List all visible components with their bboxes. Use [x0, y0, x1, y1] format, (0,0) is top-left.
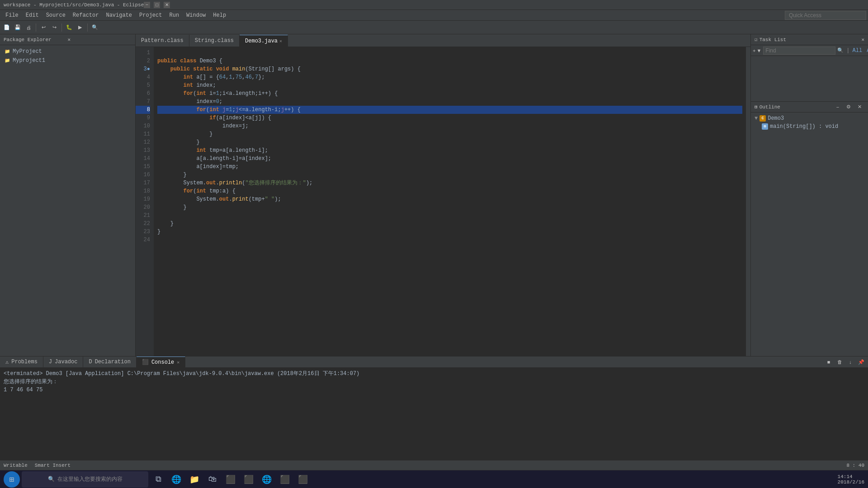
line-num-14: 14 — [136, 155, 150, 163]
menu-project[interactable]: Project — [136, 11, 165, 19]
declaration-icon: D — [89, 359, 92, 365]
task-search-button[interactable]: 🔍 — [837, 46, 844, 56]
code-line-5: int index; — [157, 81, 742, 89]
code-line-21 — [157, 211, 742, 220]
outline-header: ⊞ Outline − ⚙ ✕ — [751, 102, 868, 113]
right-panel: ☑ Task List ✕ + ▼ 🔍 | All Activate... ⊞ … — [750, 34, 868, 356]
code-line-14: a[a.length-i]=a[index]; — [157, 155, 742, 163]
taskbar-store-button[interactable]: 🛍 — [204, 471, 221, 488]
bottom-panel: ⚠ Problems J Javadoc D Declaration ⬛ Con… — [0, 356, 868, 460]
tab-demo3-close[interactable]: ✕ — [279, 38, 282, 44]
outline-settings-button[interactable]: ⚙ — [844, 102, 854, 112]
menu-help[interactable]: Help — [209, 11, 230, 19]
code-line-10: index=j; — [157, 122, 742, 130]
task-filter-button[interactable]: ▼ — [756, 46, 761, 56]
console-pin-button[interactable]: 📌 — [856, 357, 866, 367]
taskbar-edge-button[interactable]: 🌐 — [168, 471, 184, 488]
menu-file[interactable]: File — [2, 11, 22, 19]
javadoc-icon: J — [49, 359, 52, 365]
console-close-icon[interactable]: ✕ — [177, 360, 179, 365]
outline-item-main[interactable]: m main(String[]) : void — [755, 122, 864, 131]
editor-tabs: Pattern.class String.class Demo3.java ✕ — [136, 34, 750, 47]
taskbar-browser-button[interactable]: 🌐 — [259, 471, 275, 488]
outline-close-button[interactable]: ✕ — [854, 102, 864, 112]
bottom-tab-console[interactable]: ⬛ Console ✕ — [137, 357, 185, 367]
line-num-20: 20 — [136, 203, 150, 211]
menu-refactor[interactable]: Refactor — [69, 11, 103, 19]
menu-navigate[interactable]: Navigate — [102, 11, 136, 19]
line-numbers: 1 2 3● 4 5 6 7 8 9 10 11 12 13 14 15 16 … — [136, 47, 154, 356]
taskbar-app1-button[interactable]: ⬛ — [222, 471, 239, 488]
menubar: File Edit Source Refactor Navigate Proje… — [0, 10, 868, 21]
restore-button[interactable]: □ — [154, 2, 160, 8]
tab-demo3[interactable]: Demo3.java ✕ — [240, 35, 288, 47]
new-button[interactable]: 📄 — [2, 23, 12, 33]
outline-item-demo3[interactable]: ▼ C Demo3 — [755, 114, 864, 122]
print-button[interactable]: 🖨 — [24, 23, 33, 33]
code-line-19: System.out.print(tmp+" "); — [157, 195, 742, 203]
titlebar: workspace - Myproject1/src/Demo3.java - … — [0, 0, 868, 10]
bottom-tab-problems-label: Problems — [11, 359, 38, 365]
pe-item-myproject1[interactable]: 📁 Myproject1 — [0, 56, 135, 65]
menu-window[interactable]: Window — [183, 11, 209, 19]
line-num-3: 3● — [136, 65, 150, 73]
pe-item-myproject[interactable]: 📁 MyProject — [0, 47, 135, 56]
main-layout: Package Explorer ✕ 📁 MyProject 📁 Myproje… — [0, 34, 868, 356]
bottom-tab-problems[interactable]: ⚠ Problems — [0, 357, 43, 367]
taskbar-start-button[interactable]: ⊞ — [4, 471, 20, 488]
taskbar-search-area[interactable]: 🔍 在这里输入您要搜索的内容 — [22, 471, 148, 488]
tab-pattern[interactable]: Pattern.class — [136, 35, 189, 47]
code-line-2: public class Demo3 { — [157, 57, 742, 65]
line-num-9: 9 — [136, 114, 150, 122]
tab-string[interactable]: String.class — [189, 35, 240, 47]
menu-run[interactable]: Run — [165, 11, 183, 19]
editor-scrollbar[interactable] — [746, 47, 750, 356]
save-button[interactable]: 💾 — [13, 23, 23, 33]
task-list-title: Task List — [760, 37, 786, 42]
task-new-button[interactable]: + — [753, 46, 755, 56]
taskbar-app4-button[interactable]: ⬛ — [295, 471, 311, 488]
undo-button[interactable]: ↩ — [38, 23, 48, 33]
taskbar-taskview-button[interactable]: ⧉ — [150, 471, 166, 488]
taskbar-app3-button[interactable]: ⬛ — [277, 471, 293, 488]
debug-button[interactable]: 🐛 — [64, 23, 74, 33]
close-button[interactable]: ✕ — [164, 2, 170, 8]
task-activate-label[interactable]: Activate... — [865, 47, 868, 55]
bottom-tab-javadoc[interactable]: J Javadoc — [43, 357, 84, 367]
outline-collapse-button[interactable]: − — [833, 102, 843, 112]
taskbar-app2-button[interactable]: ⬛ — [241, 471, 257, 488]
menu-edit[interactable]: Edit — [22, 11, 42, 19]
menu-source[interactable]: Source — [42, 11, 69, 19]
line-num-1: 1 — [136, 49, 150, 57]
code-line-1 — [157, 49, 742, 57]
quick-access-input[interactable] — [785, 11, 866, 20]
line-num-11: 11 — [136, 130, 150, 138]
bottom-tab-declaration[interactable]: D Declaration — [83, 357, 136, 367]
outline-title: Outline — [760, 104, 780, 110]
taskbar-folder-button[interactable]: 📁 — [186, 471, 203, 488]
toolbar-separator-1 — [36, 23, 36, 32]
code-line-7: index=0; — [157, 98, 742, 106]
outline-demo3-label: Demo3 — [768, 115, 784, 122]
line-num-19: 19 — [136, 195, 150, 203]
code-line-4: int a[] = {64,1,75,46,7}; — [157, 73, 742, 81]
pe-close-icon[interactable]: ✕ — [68, 37, 132, 42]
search-button[interactable]: 🔍 — [90, 23, 100, 33]
task-all-label[interactable]: All — [851, 47, 864, 55]
task-search-input[interactable] — [763, 47, 835, 55]
line-num-8: 8 — [136, 106, 150, 114]
task-list-close[interactable]: ✕ — [861, 37, 864, 42]
taskbar-time: 14:14 2018/2/16 — [838, 474, 864, 485]
run-button[interactable]: ▶ — [75, 23, 85, 33]
console-scroll-button[interactable]: ↓ — [845, 357, 855, 367]
line-num-16: 16 — [136, 171, 150, 179]
code-line-12: } — [157, 138, 742, 146]
tab-string-label: String.class — [195, 38, 234, 44]
line-num-23: 23 — [136, 228, 150, 236]
redo-button[interactable]: ↪ — [49, 23, 59, 33]
console-clear-button[interactable]: 🗑 — [835, 357, 844, 367]
code-area[interactable]: public class Demo3 { public static void … — [154, 47, 746, 356]
bottom-panel-tabbar: ⚠ Problems J Javadoc D Declaration ⬛ Con… — [0, 357, 868, 368]
console-stop-button[interactable]: ■ — [824, 357, 834, 367]
minimize-button[interactable]: − — [144, 2, 150, 8]
